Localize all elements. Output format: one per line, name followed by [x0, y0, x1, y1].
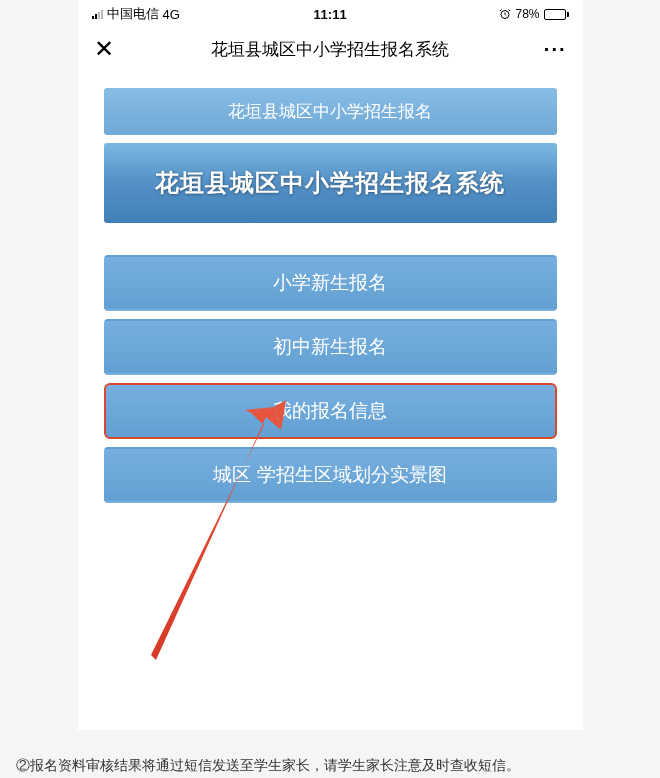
status-right: 78%	[499, 7, 568, 21]
signal-icon	[92, 10, 103, 19]
hero-title: 花垣县城区中小学招生报名系统	[104, 143, 557, 223]
carrier-label: 中国电信	[107, 5, 159, 23]
header-subtitle: 花垣县城区中小学招生报名	[104, 88, 557, 135]
clock-label: 11:11	[313, 7, 346, 22]
battery-icon	[544, 9, 569, 20]
status-bar: 中国电信 4G 11:11 78%	[78, 0, 583, 28]
menu-junior-enroll[interactable]: 初中新生报名	[104, 319, 557, 375]
more-button[interactable]: ···	[544, 38, 567, 61]
close-button[interactable]: ✕	[94, 35, 114, 63]
status-left: 中国电信 4G	[92, 5, 180, 23]
menu-my-info[interactable]: 我的报名信息	[104, 383, 557, 439]
nav-bar: ✕ 花垣县城区中小学招生报名系统 ···	[78, 28, 583, 70]
menu-zone-map[interactable]: 城区 学招生区域划分实景图	[104, 447, 557, 503]
page-title: 花垣县城区中小学招生报名系统	[211, 38, 449, 61]
battery-percent: 78%	[515, 7, 539, 21]
menu-primary-enroll[interactable]: 小学新生报名	[104, 255, 557, 311]
instruction-text: ②报名资料审核结果将通过短信发送至学生家长，请学生家长注意及时查收短信。	[16, 754, 644, 776]
phone-frame: 中国电信 4G 11:11 78% ✕ 花垣县城区中小学招生报名系统 ··· 花…	[78, 0, 583, 730]
network-label: 4G	[163, 7, 180, 22]
alarm-icon	[499, 8, 511, 20]
content-area: 花垣县城区中小学招生报名 花垣县城区中小学招生报名系统 小学新生报名 初中新生报…	[78, 70, 583, 503]
menu-buttons: 小学新生报名 初中新生报名 我的报名信息 城区 学招生区域划分实景图	[104, 255, 557, 503]
